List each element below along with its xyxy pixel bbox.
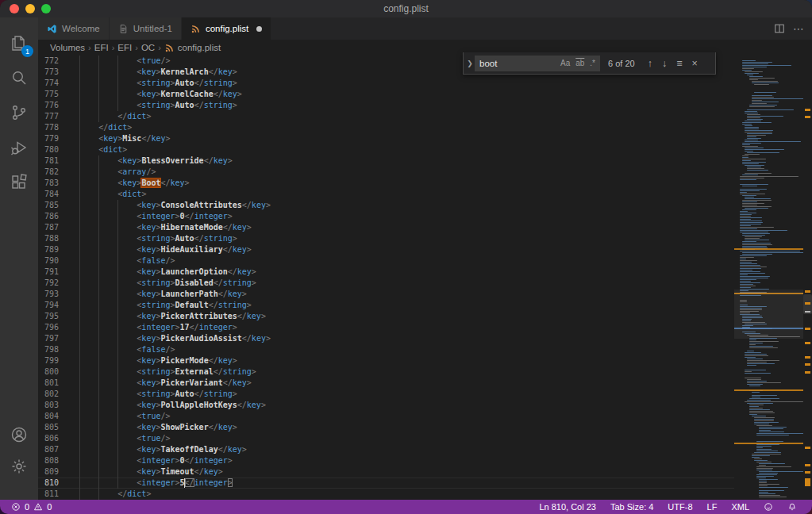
- indent-guide: [98, 478, 99, 489]
- code-line-775[interactable]: 775 <key>KernelCache</key>: [38, 89, 734, 100]
- line-number: 780: [38, 144, 59, 155]
- more-actions-icon[interactable]: ⋯: [793, 22, 804, 35]
- code-line-810[interactable]: 810 <integer>5</integer>: [38, 478, 734, 489]
- breadcrumb-item[interactable]: OC: [141, 43, 155, 52]
- indent-guide: [117, 322, 118, 333]
- problems-status[interactable]: 0 0: [11, 502, 52, 512]
- code-text: <key>Misc</key>: [59, 133, 171, 144]
- indent-guide: [117, 233, 118, 244]
- code-line-808[interactable]: 808 <integer>0</integer>: [38, 455, 734, 466]
- code-line-784[interactable]: 784 <dict>: [38, 189, 734, 200]
- activity-bar: 1: [0, 17, 38, 500]
- activity-bar-search-icon[interactable]: [0, 60, 38, 95]
- code-line-792[interactable]: 792 <string>Disabled</string>: [38, 278, 734, 289]
- activity-bar-extensions-icon[interactable]: [0, 165, 38, 200]
- code-line-804[interactable]: 804 <true/>: [38, 411, 734, 422]
- code-text: <true/>: [59, 56, 171, 67]
- code-line-786[interactable]: 786 <integer>0</integer>: [38, 211, 734, 222]
- minimap-slider[interactable]: [734, 290, 803, 339]
- indent-guide: [117, 89, 118, 100]
- line-number: 785: [38, 200, 59, 211]
- code-line-801[interactable]: 801 <key>PickerVariant</key>: [38, 378, 734, 389]
- activity-bar-accounts-icon[interactable]: [0, 419, 38, 451]
- code-line-788[interactable]: 788 <string>Auto</string>: [38, 233, 734, 244]
- modified-dot-icon[interactable]: [256, 26, 262, 32]
- previous-match-button[interactable]: ↑: [648, 58, 652, 69]
- code-line-805[interactable]: 805 <key>ShowPicker</key>: [38, 422, 734, 433]
- line-number: 775: [38, 89, 59, 100]
- indent-guide: [117, 466, 118, 478]
- code-line-785[interactable]: 785 <key>ConsoleAttributes</key>: [38, 200, 734, 211]
- code-line-780[interactable]: 780 <dict>: [38, 144, 734, 155]
- code-line-799[interactable]: 799 <key>PickerMode</key>: [38, 355, 734, 366]
- code-line-797[interactable]: 797 <key>PickerAudioAssist</key>: [38, 333, 734, 344]
- code-line-776[interactable]: 776 <string>Auto</string>: [38, 100, 734, 111]
- breadcrumb-item[interactable]: EFI: [117, 43, 132, 52]
- eol-status[interactable]: LF: [700, 502, 725, 512]
- breadcrumb-item[interactable]: config.plist: [178, 43, 221, 52]
- line-number: 804: [38, 411, 59, 422]
- code-line-807[interactable]: 807 <key>TakeoffDelay</key>: [38, 444, 734, 455]
- code-line-783[interactable]: 783 <key>Boot</key>: [38, 178, 734, 189]
- title-bar: config.plist: [0, 0, 812, 17]
- code-line-779[interactable]: 779 <key>Misc</key>: [38, 133, 734, 144]
- toggle-replace-button[interactable]: ❯: [464, 52, 475, 74]
- code-line-787[interactable]: 787 <key>HibernateMode</key>: [38, 222, 734, 233]
- cursor-position-status[interactable]: Ln 810, Col 23: [532, 502, 603, 512]
- breadcrumb-item[interactable]: Volumes: [50, 43, 85, 52]
- code-line-789[interactable]: 789 <key>HideAuxiliary</key>: [38, 244, 734, 255]
- editor[interactable]: 772 <true/>773 <key>KernelArch</key>774 …: [38, 56, 812, 500]
- language-mode-status[interactable]: XML: [724, 502, 756, 512]
- line-number: 788: [38, 233, 59, 244]
- indent-guide: [98, 255, 99, 267]
- code-line-798[interactable]: 798 <false/>: [38, 344, 734, 355]
- code-line-782[interactable]: 782 <array/>: [38, 167, 734, 178]
- whole-word-toggle[interactable]: ab: [573, 58, 587, 68]
- tab-config-plist[interactable]: config.plist: [182, 17, 271, 40]
- indent-guide: [117, 78, 118, 89]
- code-text: <key>ConsoleAttributes</key>: [59, 200, 271, 211]
- window-title: config.plist: [0, 3, 812, 14]
- code-line-778[interactable]: 778 </dict>: [38, 122, 734, 133]
- code-line-791[interactable]: 791 <key>LauncherOption</key>: [38, 267, 734, 278]
- regex-toggle[interactable]: .*: [587, 58, 598, 68]
- line-number: 786: [38, 211, 59, 222]
- next-match-button[interactable]: ↓: [662, 58, 667, 69]
- find-query-text[interactable]: boot: [479, 59, 557, 68]
- minimap[interactable]: [734, 56, 803, 500]
- code-line-809[interactable]: 809 <key>Timeout</key>: [38, 466, 734, 478]
- code-line-802[interactable]: 802 <string>Auto</string>: [38, 389, 734, 400]
- code-line-793[interactable]: 793 <key>LauncherPath</key>: [38, 289, 734, 300]
- code-line-795[interactable]: 795 <key>PickerAttributes</key>: [38, 311, 734, 322]
- find-in-selection-button[interactable]: ≡: [676, 58, 682, 69]
- feedback-icon[interactable]: [756, 502, 780, 512]
- activity-bar-source-control-icon[interactable]: [0, 95, 38, 130]
- activity-bar-explorer-icon[interactable]: 1: [0, 25, 38, 60]
- code-line-794[interactable]: 794 <string>Default</string>: [38, 300, 734, 311]
- match-case-toggle[interactable]: Aa: [558, 58, 572, 68]
- tab-size-status[interactable]: Tab Size: 4: [603, 502, 660, 512]
- overview-ruler[interactable]: [803, 56, 812, 500]
- code-line-790[interactable]: 790 <false/>: [38, 255, 734, 267]
- indent-guide: [98, 278, 99, 289]
- code-line-796[interactable]: 796 <integer>17</integer>: [38, 322, 734, 333]
- activity-bar-settings-icon[interactable]: [0, 451, 38, 482]
- breadcrumb-item[interactable]: EFI: [94, 43, 109, 52]
- code-line-777[interactable]: 777 </dict>: [38, 111, 734, 122]
- indent-guide: [117, 311, 118, 322]
- split-editor-icon[interactable]: [774, 23, 785, 34]
- tab-welcome[interactable]: Welcome: [38, 17, 110, 40]
- activity-bar-run-debug-icon[interactable]: [0, 130, 38, 165]
- encoding-status[interactable]: UTF-8: [660, 502, 699, 512]
- indent-guide: [79, 455, 80, 466]
- close-find-button[interactable]: ×: [691, 58, 697, 69]
- tab-untitled-1[interactable]: Untitled-1: [110, 17, 182, 40]
- code-line-800[interactable]: 800 <string>External</string>: [38, 366, 734, 378]
- code-line-781[interactable]: 781 <key>BlessOverride</key>: [38, 155, 734, 167]
- notifications-bell-icon[interactable]: [780, 502, 804, 512]
- code-line-803[interactable]: 803 <key>PollAppleHotKeys</key>: [38, 400, 734, 411]
- find-input[interactable]: boot Aa ab .*: [475, 56, 600, 71]
- code-line-806[interactable]: 806 <true/>: [38, 433, 734, 444]
- code-line-774[interactable]: 774 <string>Auto</string>: [38, 78, 734, 89]
- code-line-811[interactable]: 811 </dict>: [38, 489, 734, 500]
